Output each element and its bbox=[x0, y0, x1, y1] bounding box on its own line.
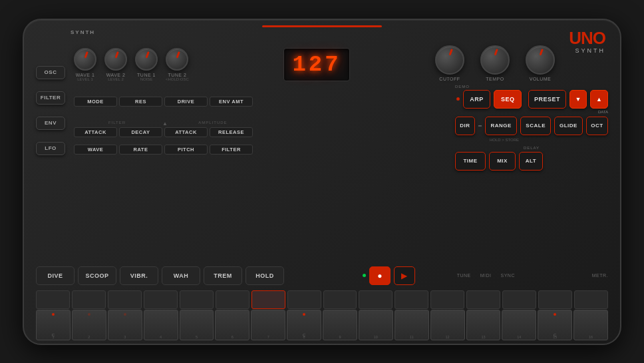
time-button[interactable]: TIME bbox=[455, 152, 486, 171]
glide-button[interactable]: GLIDE bbox=[554, 117, 582, 135]
key-1-led bbox=[52, 313, 55, 316]
arp-button[interactable]: ARP bbox=[463, 90, 491, 109]
volume-knob[interactable] bbox=[526, 45, 555, 75]
pad-top-2[interactable] bbox=[72, 290, 106, 309]
tune1-sublabel: NOISE bbox=[140, 77, 153, 81]
key-5[interactable]: 5 bbox=[180, 310, 214, 340]
pad-top-1[interactable] bbox=[36, 290, 70, 309]
key-1[interactable]: C 1 bbox=[36, 310, 71, 340]
env-button[interactable]: ENV bbox=[36, 117, 65, 130]
filter-param-row: MODE RES DRIVE ENV AMT bbox=[74, 92, 450, 112]
key-7[interactable]: 7 bbox=[251, 310, 285, 340]
envamt-cell: ENV AMT bbox=[210, 97, 253, 107]
data-down-button[interactable]: ▼ bbox=[569, 90, 587, 109]
vibr-button[interactable]: VIBR. bbox=[120, 266, 158, 285]
volume-knob-group: VOLUME bbox=[526, 45, 555, 81]
lfo-label: LFO bbox=[36, 136, 65, 161]
data-up-button[interactable]: ▲ bbox=[590, 90, 608, 109]
wave2-sublabel: LEVEL 2 bbox=[108, 77, 123, 81]
wave2-knob[interactable] bbox=[104, 48, 127, 71]
seq-button[interactable]: SEQ bbox=[494, 90, 522, 109]
wah-button[interactable]: WAH bbox=[162, 266, 200, 285]
key-4[interactable]: 4 bbox=[144, 310, 178, 340]
pad-top-4[interactable] bbox=[144, 290, 178, 309]
tempo-label: TEMPO bbox=[486, 77, 504, 81]
key-14[interactable]: 14 bbox=[502, 310, 536, 340]
filter-button[interactable]: FILTER bbox=[36, 91, 65, 105]
scale-button[interactable]: SCALE bbox=[520, 117, 551, 135]
delay-label: DELAY bbox=[455, 146, 608, 150]
pad-top-8[interactable] bbox=[287, 290, 321, 309]
right-knobs: CUTOFF TEMPO VOLUME bbox=[435, 45, 559, 81]
key-3-led bbox=[124, 313, 126, 316]
key-10[interactable]: 10 bbox=[359, 310, 393, 340]
dive-button[interactable]: DIVE bbox=[36, 266, 75, 285]
key-8-led bbox=[303, 313, 305, 316]
tune1-knob[interactable] bbox=[135, 48, 158, 71]
mix-button[interactable]: MIX bbox=[489, 152, 516, 171]
pad-top-16[interactable] bbox=[574, 290, 608, 309]
wave1-knob[interactable] bbox=[74, 48, 96, 71]
filter-cells: MODE RES DRIVE ENV AMT bbox=[74, 97, 253, 107]
metr-label: METR. bbox=[592, 273, 608, 278]
pad-top-5[interactable] bbox=[180, 290, 214, 309]
arp-seq-row: DEMO ARP SEQ PRESET ▼ ▲ bbox=[455, 90, 608, 109]
display-value: 127 bbox=[292, 52, 341, 77]
cutoff-knob-group: CUTOFF bbox=[435, 45, 464, 81]
preset-button[interactable]: PRESET bbox=[528, 90, 566, 109]
pad-top-12[interactable] bbox=[430, 290, 464, 309]
env-attack2-cell: ATTACK bbox=[164, 127, 208, 137]
wave2-knob-group: WAVE 2 LEVEL 2 bbox=[104, 48, 127, 81]
pad-top-3[interactable] bbox=[108, 290, 142, 309]
range-button[interactable]: RANGE bbox=[485, 117, 517, 135]
oct-button[interactable]: OCT bbox=[586, 117, 608, 135]
tune1-label: TUNE 1 bbox=[137, 73, 156, 77]
lfo-button[interactable]: LFO bbox=[36, 142, 65, 155]
pads-top-row bbox=[36, 290, 608, 309]
pad-top-11[interactable] bbox=[395, 290, 428, 309]
key-3[interactable]: 3 bbox=[108, 310, 142, 340]
trem-button[interactable]: TREM bbox=[204, 266, 242, 285]
wave1-knob-group: WAVE 1 LEVEL 1 bbox=[74, 48, 96, 81]
tune1-knob-group: TUNE 1 NOISE bbox=[135, 48, 158, 81]
env-group-labels: FILTER ▲ AMPLITUDE bbox=[74, 115, 450, 127]
scoop-button[interactable]: SCOOP bbox=[78, 266, 116, 285]
cutoff-knob[interactable] bbox=[435, 45, 464, 75]
pad-top-14[interactable] bbox=[502, 290, 536, 309]
lfo-wave-cell: WAVE bbox=[74, 145, 117, 155]
dir-button[interactable]: DIR bbox=[455, 117, 475, 135]
logo: UNO SYNTH bbox=[569, 29, 605, 54]
rec-button[interactable]: ● bbox=[369, 266, 391, 285]
key-6[interactable]: 6 bbox=[215, 310, 249, 340]
alt-button[interactable]: ALT bbox=[519, 152, 543, 171]
logo-uno-text: UNO bbox=[569, 28, 605, 48]
pad-top-7[interactable] bbox=[251, 290, 285, 309]
key-9[interactable]: 9 bbox=[323, 310, 357, 340]
pad-top-9[interactable] bbox=[323, 290, 357, 309]
pad-top-13[interactable] bbox=[466, 290, 500, 309]
pad-top-10[interactable] bbox=[359, 290, 393, 309]
wave1-sublabel: LEVEL 1 bbox=[77, 77, 92, 81]
key-2[interactable]: 2 bbox=[72, 310, 106, 340]
lfo-filter-cell: FILTER bbox=[210, 145, 253, 155]
key-13[interactable]: 13 bbox=[466, 310, 501, 340]
play-button[interactable]: ▶ bbox=[394, 266, 415, 285]
hold-button[interactable]: HOLD bbox=[245, 266, 284, 285]
env-decay-cell: DECAY bbox=[119, 127, 162, 137]
fx-row: DIVE SCOOP VIBR. WAH TREM HOLD ● ▶ TUNE … bbox=[36, 266, 608, 285]
key-15[interactable]: C 15 bbox=[538, 310, 572, 340]
synth-title: SYNTH bbox=[71, 29, 95, 35]
filter-label: FILTER bbox=[36, 85, 65, 111]
key-11[interactable]: 11 bbox=[395, 310, 429, 340]
tempo-knob[interactable] bbox=[480, 45, 510, 75]
pad-top-6[interactable] bbox=[216, 290, 249, 309]
logo-uno: UNO bbox=[569, 29, 605, 47]
key-12[interactable]: 12 bbox=[430, 310, 465, 340]
tune2-knob[interactable] bbox=[166, 48, 188, 71]
key-8[interactable]: C 8 bbox=[287, 310, 321, 340]
osc-button[interactable]: OSC bbox=[36, 66, 65, 79]
amplitude-group-label: AMPLITUDE bbox=[170, 115, 256, 127]
pad-top-15[interactable] bbox=[538, 290, 572, 309]
key-16[interactable]: 16 bbox=[573, 310, 608, 340]
param-area: MODE RES DRIVE ENV AMT FILTER ▲ bbox=[74, 92, 450, 163]
